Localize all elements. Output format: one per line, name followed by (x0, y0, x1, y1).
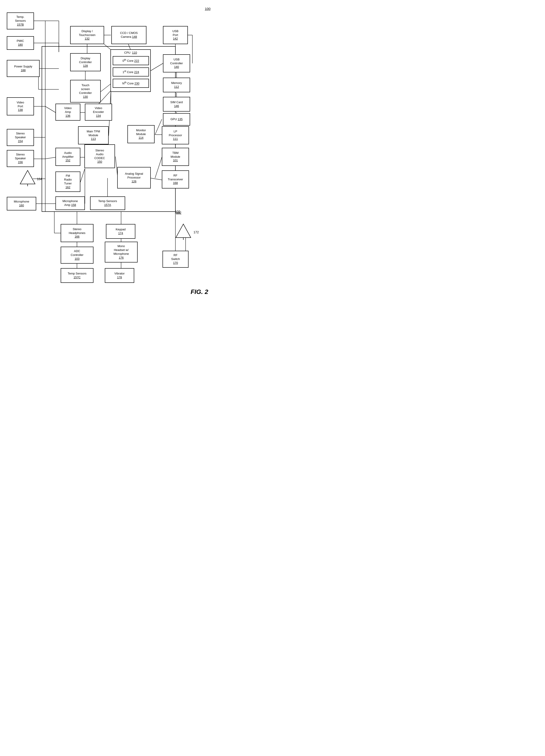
microphone-amp-label: MicrophoneAmp 158 (62, 199, 78, 207)
video-amp-box: VideoAmp 136 (55, 104, 80, 121)
monitor-module-ref: 114 (136, 136, 146, 140)
pmic-label: PMIC (17, 39, 24, 43)
temp-sensors-a-label: Temp Sensors (98, 199, 117, 203)
memory-ref: 112 (171, 85, 182, 89)
stereo-headphones-label: StereoHeadphones (69, 227, 86, 235)
temp-sensors-c-label: Temp Sensors (68, 272, 86, 276)
svg-line-25 (101, 84, 111, 92)
usb-port-box: USBPort 142 (163, 26, 188, 44)
rf-switch-box: RFSwitch 170 (163, 251, 189, 268)
rf-transceiver-label: RFTransceiver (168, 174, 183, 181)
vibrator-box: Vibrator 178 (105, 268, 134, 283)
video-encoder-box: VideoEncoder 134 (85, 104, 112, 121)
lp-processor-ref: 111 (169, 137, 182, 141)
antenna-172-label: 172 (194, 230, 199, 234)
svg-marker-63 (176, 224, 191, 238)
usb-controller-label: USBController (170, 58, 183, 65)
video-amp-label: VideoAmp (64, 106, 72, 114)
display-touchscreen-box: Display /Touchscreen 132 (70, 26, 104, 44)
mono-headset-ref: 176 (114, 256, 129, 260)
audio-amplifier-ref: 152 (62, 159, 74, 162)
sim-card-ref: 146 (170, 104, 183, 108)
analog-signal-ref: 126 (125, 180, 143, 184)
antenna-172 (175, 223, 192, 240)
video-encoder-label: VideoEncoder (93, 106, 104, 114)
antenna-164 (19, 169, 36, 186)
fm-radio-label: FMRadioTuner (64, 174, 72, 186)
diagram-container: 100 102 (0, 0, 217, 302)
temp-sensors-b-label: Temp.Sensors (15, 15, 26, 23)
video-encoder-ref: 134 (93, 114, 104, 118)
stereo-speaker-156-label: StereoSpeaker (15, 153, 26, 160)
temp-sensors-a-box: Temp Sensors 157A (90, 196, 125, 210)
stereo-speaker-156-box: StereoSpeaker 156 (7, 150, 34, 167)
display-touchscreen-ref: 132 (79, 37, 96, 41)
tbm-module-box: TBMModule 101 (162, 148, 189, 166)
usb-port-ref: 142 (172, 37, 179, 41)
rf-switch-ref: 170 (171, 261, 180, 265)
rf-transceiver-box: RFTransceiver 168 (162, 170, 189, 188)
fm-radio-ref: 162 (64, 186, 72, 189)
adc-controller-ref: 103 (71, 257, 83, 261)
monitor-module-label: MonitorModule (136, 129, 146, 136)
ref-100: 100 (205, 7, 210, 11)
gpu-box: GPU 135 (163, 113, 190, 126)
mono-headset-box: MonoHeadset w/Microphone 176 (105, 242, 138, 262)
svg-line-33 (80, 169, 85, 182)
sim-card-label: SIM Card (170, 100, 183, 104)
vibrator-label: Vibrator (114, 272, 124, 276)
stereo-speaker-154-ref: 154 (15, 139, 26, 143)
fm-radio-box: FMRadioTuner 162 (55, 172, 80, 192)
microphone-label: Microphone (14, 200, 29, 204)
fig-label: FIG. 2 (191, 288, 208, 296)
adc-controller-box: ADCController 103 (61, 247, 93, 264)
svg-line-23 (151, 63, 163, 71)
lp-processor-box: LPProcessor 111 (162, 126, 189, 144)
video-port-box: VideoPort 138 (7, 97, 34, 115)
svg-marker-61 (20, 170, 35, 184)
audio-amplifier-box: AudioAmplifier 152 (55, 148, 80, 166)
pmic-box: PMIC 180 (7, 36, 34, 50)
svg-line-22 (155, 119, 162, 135)
rf-switch-label: RFSwitch (171, 253, 180, 261)
pmic-ref: 180 (17, 43, 24, 47)
main-tpm-label: Main TPMModule (87, 130, 100, 137)
microphone-amp-box: MicrophoneAmp 158 (55, 196, 85, 210)
main-tpm-ref: 113 (87, 137, 100, 141)
keypad-box: Keypad 174 (106, 224, 135, 239)
ccd-cmos-box: CCD / CMOSCamera 148 (111, 26, 146, 44)
usb-controller-ref: 140 (170, 65, 183, 69)
stereo-headphones-box: StereoHeadphones 166 (61, 224, 93, 242)
microphone-ref: 160 (14, 204, 29, 207)
temp-sensors-b-ref: 157B (15, 23, 26, 27)
adc-controller-label: ADCController (71, 249, 83, 257)
microphone-box: Microphone 160 (7, 197, 36, 210)
power-supply-ref: 188 (14, 69, 32, 72)
stereo-audio-codec-ref: 150 (94, 160, 105, 164)
core-n-box: Nth Core 230 (113, 79, 149, 88)
analog-signal-label: Analog SignalProcessor (125, 172, 143, 180)
cpu-ref: 110 (132, 51, 137, 54)
main-box-ref: 102 (176, 211, 181, 215)
temp-sensors-c-box: Temp Sensors 157C (61, 268, 93, 283)
svg-line-41 (128, 44, 131, 50)
power-supply-box: Power Supply 188 (7, 60, 40, 77)
svg-line-42 (104, 44, 111, 50)
core-0-box: 0th Core 222 (113, 56, 149, 65)
usb-port-label: USBPort (172, 29, 179, 37)
sim-card-box: SIM Card 146 (163, 97, 190, 112)
svg-line-11 (45, 106, 55, 112)
display-controller-box: DisplayController 128 (70, 53, 101, 71)
stereo-speaker-154-label: StereoSpeaker (15, 132, 26, 139)
video-port-label: VideoPort (17, 101, 24, 108)
stereo-speaker-156-ref: 156 (15, 160, 26, 164)
power-supply-label: Power Supply (14, 65, 32, 69)
display-controller-label: DisplayController (79, 57, 92, 64)
temp-sensors-b-box: Temp.Sensors 157B (7, 12, 34, 29)
analog-signal-box: Analog SignalProcessor 126 (117, 167, 151, 188)
temp-sensors-c-ref: 157C (68, 276, 86, 279)
display-controller-ref: 128 (79, 64, 92, 68)
tbm-module-label: TBMModule (171, 151, 180, 159)
usb-controller-box: USBController 140 (163, 54, 190, 72)
mono-headset-label: MonoHeadset w/Microphone (114, 244, 129, 256)
